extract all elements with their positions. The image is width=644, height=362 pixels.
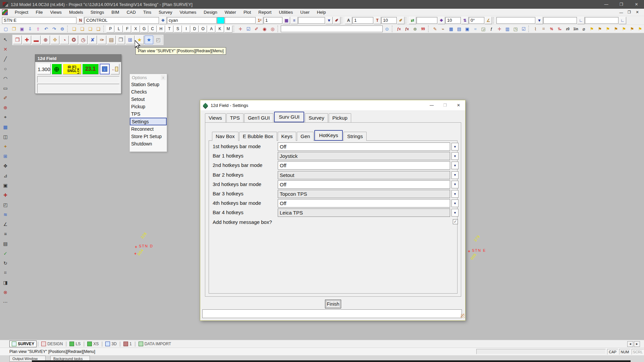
- weight-input[interactable]: 1: [264, 17, 282, 24]
- dialog-close-button[interactable]: ✕: [452, 100, 465, 110]
- view-tab-1[interactable]: 1: [121, 341, 134, 347]
- function-input[interactable]: STN E: [2, 17, 76, 24]
- weight-grid-button[interactable]: ▦: [283, 17, 290, 24]
- view-tab-survey[interactable]: SURVEY: [9, 341, 37, 347]
- combo-bar-1-hotkeys[interactable]: Joystick: [278, 152, 450, 160]
- symbol-scale-button[interactable]: ⇅: [461, 17, 469, 24]
- target-height-button[interactable]: 1.300: [37, 64, 51, 74]
- list-icon[interactable]: ≡: [2, 230, 9, 237]
- model-input[interactable]: CONTROL: [85, 17, 159, 24]
- hash-tool-icon[interactable]: ⌗: [2, 269, 9, 276]
- subtab-gen[interactable]: Gen: [297, 132, 314, 141]
- combo-dropdown-icon[interactable]: ▼: [451, 199, 459, 207]
- settings-gear-icon[interactable]: ⚙: [58, 25, 66, 33]
- undo-icon[interactable]: ↶: [42, 25, 50, 33]
- snap-text-icon[interactable]: ✐: [253, 25, 260, 33]
- toggle-m-button[interactable]: M: [224, 25, 232, 33]
- menu-report[interactable]: Report: [255, 9, 275, 15]
- symbol-size-input[interactable]: 10: [445, 17, 461, 24]
- panel-icon[interactable]: ▤: [455, 25, 463, 33]
- attribute-input[interactable]: [496, 17, 535, 24]
- measure-mode-button[interactable]: IR [F] SNGL LCK: [63, 64, 82, 74]
- flag-1-icon[interactable]: ⚑: [588, 25, 596, 33]
- grid-tool-icon[interactable]: ▦: [2, 123, 9, 130]
- check-icon[interactable]: ✓: [2, 250, 9, 257]
- tin-input[interactable]: [225, 17, 256, 24]
- tab-surv-gui[interactable]: Surv GUI: [274, 112, 304, 122]
- toggle-l-button[interactable]: L: [115, 25, 123, 33]
- menu-project[interactable]: Project: [11, 9, 32, 15]
- grid-icon[interactable]: ▦: [447, 25, 455, 33]
- permille-icon[interactable]: ‰: [556, 25, 564, 33]
- text-number-input[interactable]: 1: [353, 17, 373, 24]
- scroll-right-button[interactable]: ►: [634, 341, 640, 347]
- minimize-button[interactable]: —: [599, 0, 614, 9]
- layout-button[interactable]: ◰: [154, 36, 163, 44]
- delete-view-button[interactable]: ✘: [88, 36, 97, 44]
- toggle-g-button[interactable]: G: [140, 25, 148, 33]
- dialog-maximize-button[interactable]: ❐: [438, 100, 452, 110]
- function-fx2-icon[interactable]: ƒx: [403, 25, 411, 33]
- subtab-hotkeys[interactable]: HotKeys: [314, 130, 343, 141]
- toggle-t-button[interactable]: T: [165, 25, 173, 33]
- option-item-reconnect[interactable]: Reconnect: [130, 125, 167, 133]
- menu-plot[interactable]: Plot: [240, 9, 255, 15]
- textstyle-button[interactable]: A: [345, 17, 352, 24]
- exit-button[interactable]: ←: [111, 64, 119, 74]
- wave-icon[interactable]: ≋: [2, 211, 9, 218]
- hash-icon[interactable]: ⌗: [540, 25, 547, 33]
- new-project-icon[interactable]: ▢: [2, 25, 10, 33]
- grid-globe-icon[interactable]: ⊕: [411, 25, 419, 33]
- cross-icon[interactable]: ✛: [495, 25, 503, 33]
- symbol-input[interactable]: [417, 17, 437, 24]
- window-icon[interactable]: ▣: [463, 25, 471, 33]
- option-item-checks[interactable]: Checks: [130, 88, 167, 96]
- subtab-nav-box[interactable]: Nav Box: [212, 132, 238, 141]
- flag-5-icon[interactable]: ⚑: [620, 25, 628, 33]
- function-fx-icon[interactable]: ƒx: [395, 25, 403, 33]
- tab-survey[interactable]: Survey: [305, 113, 328, 122]
- zoom-previous-button[interactable]: ◷: [79, 36, 88, 44]
- toggle-x-button[interactable]: X: [131, 25, 140, 33]
- mdi-close-button[interactable]: ✕: [633, 10, 641, 14]
- combo-dropdown-icon[interactable]: ▼: [451, 143, 459, 150]
- textsize-input[interactable]: 10: [381, 17, 397, 24]
- option-item-tps[interactable]: TPS: [130, 110, 167, 118]
- combo-3rd-hotkeys-bar-mode[interactable]: Off: [278, 180, 450, 189]
- pan-button[interactable]: ✥: [51, 36, 59, 44]
- mdi-restore-button[interactable]: ❐: [625, 10, 633, 14]
- subtab-strings[interactable]: Strings: [343, 132, 367, 141]
- menu-file[interactable]: File: [32, 9, 46, 15]
- flag-6-icon[interactable]: ⚑: [628, 25, 636, 33]
- temperature-button[interactable]: 23.1: [82, 64, 99, 74]
- text-button[interactable]: T: [374, 17, 381, 24]
- angle-button[interactable]: ∠: [485, 17, 492, 24]
- tab-views[interactable]: Views: [205, 113, 226, 122]
- menu-volumes[interactable]: Volumes: [176, 9, 200, 15]
- option-item-setout[interactable]: Setout: [130, 96, 167, 103]
- table-icon[interactable]: ⊞: [2, 153, 9, 160]
- solid-icon[interactable]: ▣: [2, 182, 9, 189]
- offset-input[interactable]: [543, 17, 577, 24]
- height-input[interactable]: [585, 17, 619, 24]
- tab-gen-l-gui[interactable]: Gen'l GUI: [244, 113, 273, 122]
- plan-view-workspace[interactable]: ↖✕╱○◠▭✐⊕⌖▦◫✦⊞✥⊿▣✚◰≋∠≡▤✓↻⌗◨⊗⋯ ❒✚▬⊕✥◔❂◷✘✑▤…: [0, 33, 644, 340]
- subtab-e-bubble-box[interactable]: E Bubble Box: [239, 132, 277, 141]
- toggle-h-button[interactable]: H: [157, 25, 165, 33]
- move-icon[interactable]: ✥: [2, 162, 9, 169]
- prism-target-button[interactable]: ⊕: [52, 64, 62, 74]
- combo-dropdown-icon[interactable]: ▼: [451, 181, 459, 188]
- half-box-icon[interactable]: ◨: [2, 279, 9, 286]
- save-icon[interactable]: ▣: [18, 25, 26, 33]
- menu-models[interactable]: Models: [65, 9, 87, 15]
- edit-box-icon[interactable]: ✎: [431, 25, 439, 33]
- finish-button[interactable]: Finish: [325, 300, 341, 308]
- rectangle-icon[interactable]: ▭: [2, 84, 9, 92]
- combo-4th-hotkeys-bar-mode[interactable]: Off: [278, 199, 450, 207]
- combo-dropdown-icon[interactable]: ▼: [451, 171, 459, 179]
- menu-help[interactable]: Help: [313, 9, 330, 15]
- offset-button[interactable]: ∟: [577, 17, 585, 24]
- delete-icon[interactable]: ✕: [2, 46, 9, 53]
- toggle-a-button[interactable]: A: [207, 25, 215, 33]
- eyedropper-button[interactable]: ✐: [333, 17, 340, 24]
